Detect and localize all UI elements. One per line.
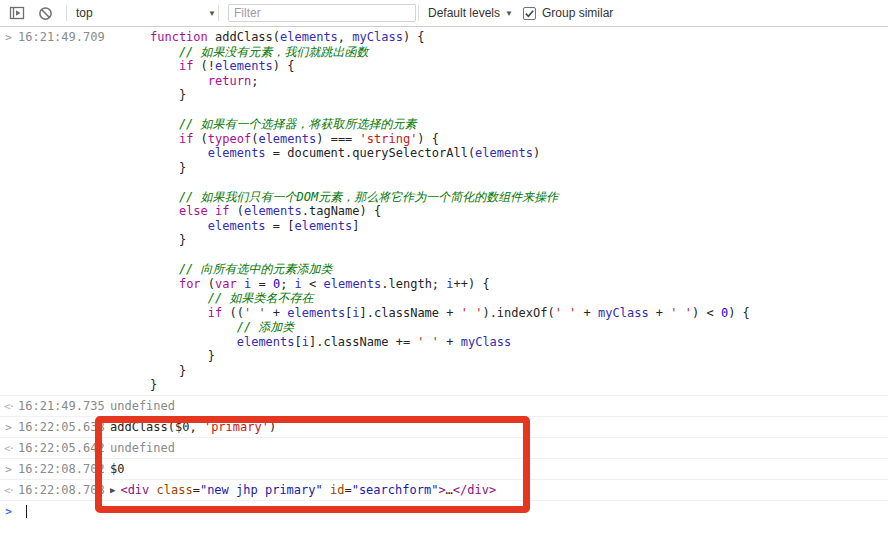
code-token — [150, 204, 179, 218]
code-line: elements[i].className += ' ' + myClass — [150, 335, 888, 350]
code-token: } — [150, 233, 186, 247]
log-levels-dropdown[interactable]: Default levels ▼ — [428, 6, 513, 20]
console-prompt-input[interactable] — [15, 504, 888, 519]
result-arrow-icon: <· — [2, 483, 15, 498]
code-token — [150, 277, 179, 291]
code-token: typeof — [208, 132, 251, 146]
console-entry-input: >16:21:49.709function addClass(elements,… — [0, 27, 888, 395]
code-token — [237, 277, 244, 291]
timestamp: 16:21:49.709 — [18, 30, 105, 45]
code-token: ) — [533, 146, 540, 160]
timestamp: 16:22:08.702 — [18, 462, 105, 477]
console-entry-input: >16:22:08.702$0 — [0, 458, 888, 479]
code-token: < — [302, 277, 324, 291]
code-token: "new jhp primary" — [200, 483, 323, 497]
group-similar-checkbox[interactable] — [523, 7, 536, 20]
code-token: for — [179, 277, 201, 291]
code-token: 'primary' — [204, 420, 269, 434]
code-token: (! — [193, 59, 215, 73]
console-message: undefined — [110, 441, 888, 456]
console-message: function addClass(elements, myClass) { /… — [110, 30, 888, 393]
code-token: , — [338, 30, 352, 44]
console-messages: >16:21:49.709function addClass(elements,… — [0, 27, 888, 521]
code-token — [150, 59, 179, 73]
clear-console-icon[interactable] — [36, 4, 54, 22]
code-token — [150, 219, 208, 233]
toolbar-separator — [66, 5, 67, 21]
code-token: if — [208, 306, 222, 320]
code-token — [150, 306, 208, 320]
code-line: // 如果我们只有一个DOM元素，那么将它作为一个简化的数组件来操作 — [150, 190, 888, 205]
show-console-sidebar-icon[interactable] — [8, 4, 26, 22]
code-line — [150, 248, 888, 263]
code-token: elements — [208, 146, 266, 160]
code-token: ).indexOf( — [482, 306, 554, 320]
code-token: .length; — [381, 277, 446, 291]
code-line: if (!elements) { — [150, 59, 888, 74]
code-token: ' ' — [244, 306, 266, 320]
code-token: } — [150, 349, 215, 363]
group-similar-label[interactable]: Group similar — [542, 6, 613, 20]
code-token: addClass($0, — [110, 420, 204, 434]
code-token: elements — [208, 219, 266, 233]
code-token: ].className += — [309, 335, 417, 349]
code-token: else — [179, 204, 208, 218]
code-line: } — [150, 378, 888, 393]
code-token: = — [344, 483, 351, 497]
code-token: = — [251, 277, 273, 291]
code-token: myClass — [352, 30, 403, 44]
timestamp: 16:22:05.638 — [18, 420, 105, 435]
console-entry-result: <·16:22:05.642undefined — [0, 437, 888, 458]
console-entry-result: <·16:22:08.708▶<div class="new jhp prima… — [0, 479, 888, 500]
code-line: function addClass(elements, myClass) { — [150, 30, 888, 45]
code-token — [150, 132, 179, 146]
code-token: > — [438, 483, 445, 497]
code-token: + — [439, 335, 461, 349]
code-token: .tagName) { — [302, 204, 381, 218]
console-entry-result: <·16:21:49.735undefined — [0, 395, 888, 416]
code-token — [150, 146, 208, 160]
code-line: } — [150, 364, 888, 379]
checkmark-icon — [524, 8, 535, 19]
code-token: i — [295, 277, 302, 291]
console-entry-input: >16:22:05.638addClass($0, 'primary') — [0, 416, 888, 437]
console-message: $0 — [110, 462, 888, 477]
code-token: elements — [287, 306, 345, 320]
timestamp: 16:22:05.642 — [18, 441, 105, 456]
code-token: ) { — [403, 30, 425, 44]
code-token: = document.querySelectorAll( — [266, 146, 476, 160]
code-line: // 添加类 — [150, 320, 888, 335]
code-token: [ — [295, 335, 302, 349]
filter-input[interactable] — [228, 4, 416, 22]
code-token: // 如果我们只有一个DOM元素，那么将它作为一个简化的数组件来操作 — [150, 190, 558, 204]
prompt-chevron-icon: > — [2, 504, 15, 519]
code-line: // 如果有一个选择器，将获取所选择的元素 — [150, 117, 888, 132]
context-label: top — [76, 6, 93, 20]
result-arrow-icon: <· — [2, 399, 15, 414]
code-token: undefined — [110, 399, 175, 413]
chevron-down-icon: ▼ — [208, 9, 216, 18]
expand-triangle-icon[interactable]: ▶ — [110, 485, 115, 495]
code-token: ++) { — [454, 277, 490, 291]
toolbar-separator — [418, 5, 419, 21]
code-line: } — [150, 161, 888, 176]
input-chevron-icon: > — [2, 420, 15, 435]
console-toolbar: top ▼ Default levels ▼ Group similar — [0, 0, 888, 27]
code-line — [150, 103, 888, 118]
execution-context-selector[interactable]: top ▼ — [76, 6, 216, 20]
console-prompt-row[interactable]: > — [0, 500, 888, 521]
code-token: } — [150, 161, 186, 175]
code-token: function — [150, 30, 208, 44]
code-token: if — [179, 59, 193, 73]
code-token: (( — [222, 306, 244, 320]
code-line: // 向所有选中的元素添加类 — [150, 262, 888, 277]
code-token: + — [266, 306, 288, 320]
code-token: ( — [230, 204, 244, 218]
code-token: ) { — [273, 59, 295, 73]
code-line: else if (elements.tagName) { — [150, 204, 888, 219]
code-token: } — [150, 378, 157, 392]
code-token: … — [446, 483, 453, 497]
input-chevron-icon: > — [2, 462, 15, 477]
code-token: elements — [244, 204, 302, 218]
code-token: $0 — [110, 462, 124, 476]
